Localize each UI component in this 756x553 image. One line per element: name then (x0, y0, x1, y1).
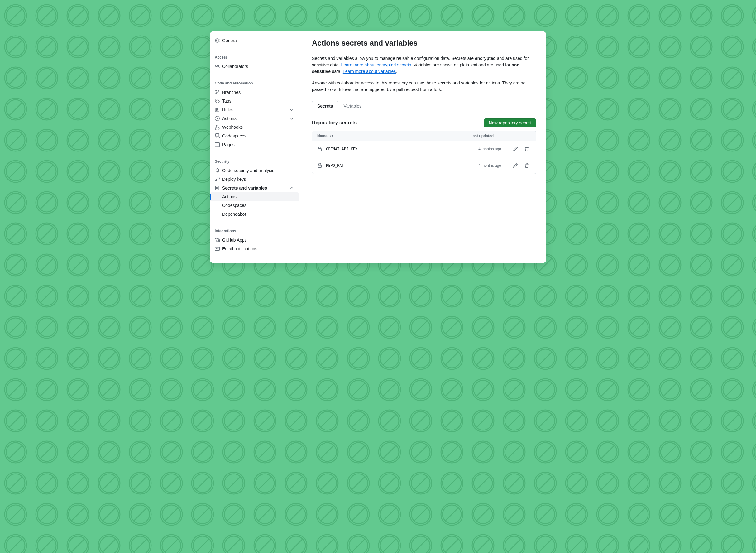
lock-icon (317, 147, 322, 152)
tag-icon (215, 98, 220, 103)
nav-codespaces[interactable]: Codespaces (210, 132, 299, 140)
people-icon (215, 64, 220, 69)
section-access-title: Access (210, 53, 299, 62)
nav-label: Pages (222, 142, 235, 147)
main-content: Actions secrets and variables Secrets an… (302, 31, 546, 263)
chevron-down-icon (289, 107, 294, 112)
nav-sub-codespaces[interactable]: Codespaces (210, 201, 299, 210)
delete-button[interactable] (522, 145, 531, 153)
branch-icon (215, 90, 220, 95)
scan-icon (215, 168, 220, 173)
nav-general[interactable]: General (210, 36, 299, 45)
section-integrations-title: Integrations (210, 226, 299, 236)
nav-label: Deploy keys (222, 177, 246, 182)
nav-label: Actions (222, 116, 237, 121)
nav-secrets-variables[interactable]: Secrets and variables (210, 183, 299, 192)
asterisk-icon (215, 185, 220, 190)
nav-github-apps[interactable]: GitHub Apps (210, 236, 299, 244)
sidebar: General Access Collaborators Code and au… (210, 31, 302, 263)
nav-label: Codespaces (222, 134, 247, 138)
chevron-up-icon (289, 185, 294, 190)
nav-sub-dependabot[interactable]: Dependabot (210, 210, 299, 219)
webhook-icon (215, 125, 220, 130)
edit-button[interactable] (511, 161, 520, 170)
tab-variables[interactable]: Variables (338, 101, 367, 111)
col-name-header[interactable]: Name (317, 134, 334, 138)
link-secrets[interactable]: Learn more about encrypted secrets (341, 62, 411, 67)
edit-button[interactable] (511, 145, 520, 153)
table-row: OPENAI_API_KEY 4 months ago (312, 141, 536, 157)
key-icon (215, 177, 220, 182)
codespaces-icon (215, 134, 220, 138)
col-updated-header: Last updated (470, 134, 494, 138)
table-header: Name Last updated (312, 131, 536, 141)
description-2: Anyone with collaborator access to this … (312, 80, 536, 93)
nav-email-notifications[interactable]: Email notifications (210, 244, 299, 253)
tab-secrets[interactable]: Secrets (312, 101, 338, 111)
secret-updated: 4 months ago (478, 147, 501, 151)
link-variables[interactable]: Learn more about variables (343, 69, 396, 74)
table-row: REPO_PAT 4 months ago (312, 157, 536, 174)
nav-label: General (222, 38, 238, 43)
browser-icon (215, 142, 220, 147)
secret-updated: 4 months ago (478, 163, 501, 168)
lock-icon (317, 163, 322, 168)
rules-icon (215, 107, 220, 112)
secret-name: REPO_PAT (326, 163, 344, 168)
row-actions (511, 145, 531, 153)
nav-label: Secrets and variables (222, 185, 267, 190)
nav-label: Collaborators (222, 64, 248, 69)
nav-rules[interactable]: Rules (210, 105, 299, 114)
section-security-title: Security (210, 157, 299, 166)
delete-button[interactable] (522, 161, 531, 170)
hubot-icon (215, 238, 220, 242)
secret-name: OPENAI_API_KEY (326, 147, 357, 151)
section-header: Repository secrets New repository secret (312, 118, 536, 127)
section-title: Repository secrets (312, 120, 357, 126)
sort-icon (329, 134, 334, 138)
nav-label: Code security and analysis (222, 168, 274, 173)
chevron-down-icon (289, 116, 294, 121)
nav-label: Tags (222, 98, 232, 103)
row-actions (511, 161, 531, 170)
nav-label: Rules (222, 107, 233, 112)
nav-actions[interactable]: Actions (210, 114, 299, 123)
nav-label: Codespaces (222, 203, 247, 208)
nav-label: Branches (222, 90, 241, 95)
nav-pages[interactable]: Pages (210, 140, 299, 149)
settings-window: General Access Collaborators Code and au… (210, 31, 546, 263)
tabs: Secrets Variables (312, 100, 536, 111)
nav-webhooks[interactable]: Webhooks (210, 123, 299, 132)
description-1: Secrets and variables allow you to manag… (312, 55, 536, 75)
nav-code-security[interactable]: Code security and analysis (210, 166, 299, 175)
nav-tags[interactable]: Tags (210, 97, 299, 105)
page-title: Actions secrets and variables (312, 38, 536, 50)
mail-icon (215, 246, 220, 251)
secrets-table: Name Last updated OPENAI_API_KEY 4 month… (312, 131, 536, 174)
nav-deploy-keys[interactable]: Deploy keys (210, 175, 299, 183)
section-code-title: Code and automation (210, 79, 299, 88)
nav-branches[interactable]: Branches (210, 88, 299, 97)
play-icon (215, 116, 220, 121)
nav-label: Email notifications (222, 246, 257, 251)
nav-label: GitHub Apps (222, 238, 247, 242)
nav-collaborators[interactable]: Collaborators (210, 62, 299, 71)
nav-label: Dependabot (222, 212, 246, 217)
gear-icon (215, 38, 220, 43)
new-secret-button[interactable]: New repository secret (484, 118, 536, 127)
nav-sub-actions[interactable]: Actions (210, 192, 299, 201)
nav-label: Actions (222, 194, 237, 199)
nav-label: Webhooks (222, 125, 243, 130)
